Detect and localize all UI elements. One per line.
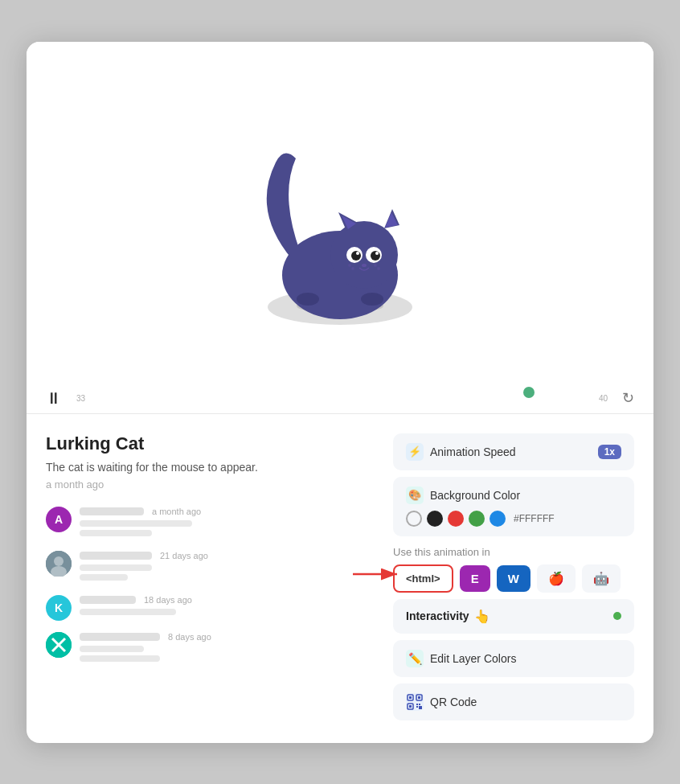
elementor-integration-button[interactable]: E [460, 565, 490, 592]
comment-name-bar [80, 633, 160, 641]
qr-code-label: QR Code [430, 696, 477, 708]
svg-point-26 [54, 556, 63, 566]
svg-point-20 [351, 267, 354, 270]
timeline-thumb[interactable] [523, 387, 535, 398]
edit-layer-row[interactable]: ✏️ Edit Layer Colors [393, 640, 634, 677]
comment-header: 21 days ago [80, 551, 374, 560]
comment-text-bar [80, 564, 152, 571]
main-card: ⏸ 33 40 ↻ Lurking Cat The cat is waiting… [27, 42, 653, 743]
svg-rect-40 [416, 706, 418, 708]
left-panel: Lurking Cat The cat is waiting for the m… [46, 433, 393, 665]
color-swatch-transparent[interactable] [406, 511, 422, 527]
svg-rect-37 [409, 705, 412, 708]
speed-badge: 1x [598, 445, 621, 459]
integration-wrapper: <html> E W 🍎 🤖 [393, 564, 634, 593]
android-integration-button[interactable]: 🤖 [582, 564, 621, 593]
animation-desc: The cat is waiting for the mouse to appe… [46, 461, 374, 474]
pause-button[interactable]: ⏸ [46, 390, 62, 406]
comment-lines: a month ago [80, 507, 374, 540]
comment-name-bar [80, 596, 136, 604]
color-swatch-black[interactable] [427, 511, 443, 527]
comment-item: K 18 days ago [46, 595, 374, 621]
comment-time: 8 days ago [168, 632, 211, 642]
avatar [46, 632, 72, 658]
animation-speed-label: ⚡ Animation Speed [406, 443, 516, 461]
color-hex-value: #FFFFFF [514, 513, 555, 524]
edit-layer-icon: ✏️ [406, 650, 424, 667]
animation-time: a month ago [46, 478, 374, 491]
wpbakery-icon: W [508, 572, 519, 585]
html-integration-button[interactable]: <html> [393, 564, 453, 593]
background-color-text: Background Color [430, 489, 520, 502]
comment-item: A a month ago [46, 507, 374, 540]
color-swatch-green[interactable] [469, 511, 485, 527]
interactivity-status-dot [613, 612, 621, 620]
apple-icon: 🍎 [548, 571, 564, 586]
integration-row: <html> E W 🍎 🤖 [393, 564, 634, 593]
color-swatch-red[interactable] [448, 511, 464, 527]
use-in-label: Use this animation in [393, 546, 634, 558]
cat-animation [227, 82, 453, 339]
qr-code-row[interactable]: QR Code [393, 683, 634, 720]
svg-point-22 [377, 267, 380, 270]
svg-point-17 [375, 252, 379, 255]
svg-point-21 [374, 264, 377, 267]
comment-header: a month ago [80, 507, 374, 516]
comment-lines: 21 days ago [80, 551, 374, 584]
time-end: 40 [599, 394, 608, 403]
right-panel: ⚡ Animation Speed 1x 🎨 Background Color [393, 433, 634, 720]
html-button-label: <html> [406, 573, 440, 585]
comment-text-bar [80, 574, 128, 581]
interactivity-label: Interactivity 👆 [406, 609, 490, 624]
bg-color-icon: 🎨 [406, 486, 424, 504]
comment-item: 21 days ago [46, 551, 374, 584]
comment-lines: 8 days ago [80, 632, 374, 665]
animation-speed-row[interactable]: ⚡ Animation Speed 1x [393, 433, 634, 470]
color-options: #FFFFFF [406, 511, 621, 527]
svg-point-14 [351, 251, 361, 261]
avatar: A [46, 507, 72, 532]
refresh-button[interactable]: ↻ [622, 389, 634, 407]
svg-rect-33 [409, 696, 412, 699]
svg-rect-38 [416, 704, 418, 705]
color-swatch-blue[interactable] [490, 511, 506, 527]
interactivity-row[interactable]: Interactivity 👆 [393, 599, 634, 634]
comment-text-bar [80, 530, 152, 536]
qr-icon [406, 693, 424, 711]
comment-text-bar [80, 655, 160, 662]
comments-list: A a month ago [46, 507, 374, 665]
svg-point-15 [371, 251, 380, 261]
svg-point-7 [330, 221, 398, 289]
animation-title: Lurking Cat [46, 433, 374, 454]
time-start: 33 [76, 394, 85, 403]
comment-lines: 18 days ago [80, 595, 374, 618]
animation-speed-text: Animation Speed [430, 445, 516, 458]
svg-rect-39 [419, 704, 420, 705]
comment-name-bar [80, 552, 152, 560]
edit-layer-label: Edit Layer Colors [430, 652, 516, 665]
comment-text-bar [80, 646, 144, 652]
wpbakery-integration-button[interactable]: W [497, 565, 530, 592]
svg-rect-35 [418, 696, 420, 699]
comment-item: 8 days ago [46, 632, 374, 665]
avatar: K [46, 595, 72, 621]
svg-point-24 [361, 293, 383, 306]
comment-header: 8 days ago [80, 632, 374, 642]
apple-integration-button[interactable]: 🍎 [537, 564, 576, 593]
timeline-wrapper: 33 40 [75, 392, 609, 403]
svg-point-18 [362, 264, 367, 267]
comment-time: 21 days ago [160, 551, 208, 560]
elementor-icon: E [471, 572, 479, 585]
playback-bar: ⏸ 33 40 ↻ [27, 380, 653, 414]
background-color-title: 🎨 Background Color [406, 486, 621, 504]
use-in-section: Use this animation in <ht [393, 543, 634, 593]
bottom-section: Lurking Cat The cat is waiting for the m… [27, 414, 653, 743]
avatar [46, 551, 72, 577]
comment-name-bar [80, 507, 144, 515]
android-icon: 🤖 [593, 571, 609, 586]
svg-point-16 [356, 252, 359, 255]
interactivity-text: Interactivity [406, 610, 469, 622]
animation-preview [27, 42, 653, 380]
comment-text-bar [80, 520, 192, 527]
svg-rect-41 [419, 706, 422, 709]
